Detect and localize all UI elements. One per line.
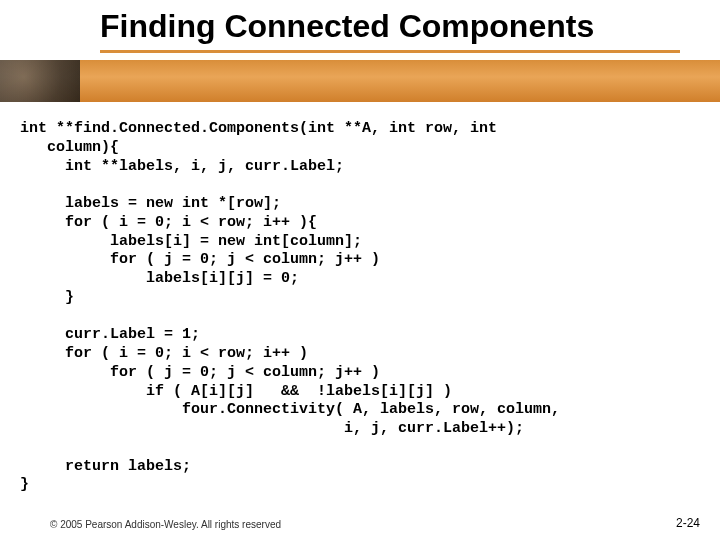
copyright-text: © 2005 Pearson Addison-Wesley. All right… [50, 519, 281, 530]
header-photo [0, 60, 80, 102]
page-number: 2-24 [676, 516, 700, 530]
title-underline [100, 50, 680, 53]
slide-title: Finding Connected Components [100, 8, 700, 45]
header-band [0, 60, 720, 102]
code-block: int **find.Connected.Components(int **A,… [20, 120, 700, 495]
